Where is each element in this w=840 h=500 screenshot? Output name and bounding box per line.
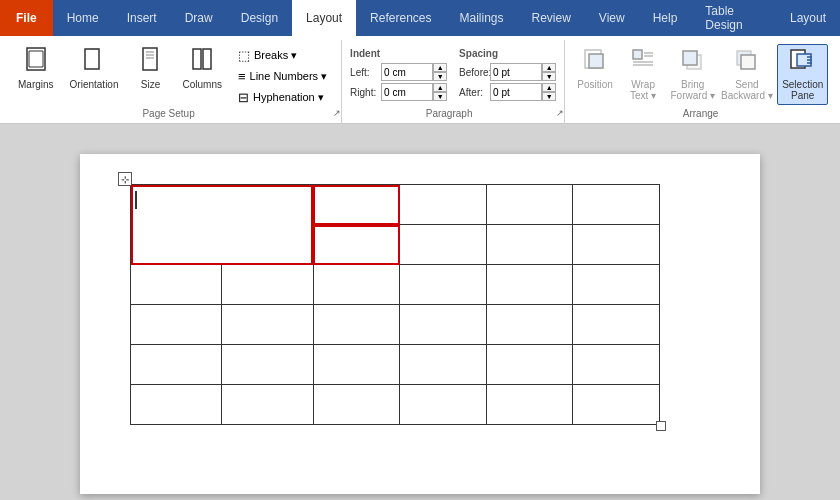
text-cursor xyxy=(135,191,137,209)
table-cell[interactable] xyxy=(573,225,660,265)
hyphenation-label: Hyphenation ▾ xyxy=(253,91,324,104)
svg-rect-5 xyxy=(85,49,99,69)
table-cell[interactable] xyxy=(486,305,573,345)
margins-button[interactable]: Margins xyxy=(12,44,60,93)
bring-forward-label: BringForward ▾ xyxy=(671,79,715,101)
table-cell[interactable] xyxy=(400,185,487,225)
spacing-before-input[interactable] xyxy=(490,63,542,81)
indent-right-input[interactable] xyxy=(381,83,433,101)
selection-pane-label: SelectionPane xyxy=(782,79,823,101)
bring-forward-icon xyxy=(681,47,705,77)
table-cell[interactable] xyxy=(222,385,313,425)
indent-right-down[interactable]: ▼ xyxy=(433,92,447,101)
table-cell[interactable] xyxy=(131,385,222,425)
svg-rect-23 xyxy=(741,55,755,69)
table-cell[interactable] xyxy=(131,345,222,385)
table-cell[interactable] xyxy=(486,385,573,425)
paragraph-label: Paragraph ↗ xyxy=(342,108,564,119)
size-button[interactable]: Size xyxy=(129,44,173,93)
table-cell[interactable] xyxy=(573,385,660,425)
table-cell[interactable] xyxy=(313,265,400,305)
page-setup-label: Page Setup ↗ xyxy=(4,108,341,119)
paragraph-dialog-launcher[interactable]: ↗ xyxy=(556,108,564,118)
hyphenation-button[interactable]: ⊟ Hyphenation ▾ xyxy=(232,88,333,107)
table-cell[interactable] xyxy=(573,185,660,225)
table-row xyxy=(131,305,660,345)
table-cell[interactable] xyxy=(313,345,400,385)
table-cell-selected-merged[interactable] xyxy=(131,185,314,265)
wrap-text-button[interactable]: WrapText ▾ xyxy=(621,44,665,104)
table-cell-selected[interactable] xyxy=(313,225,400,265)
indent-right-up[interactable]: ▲ xyxy=(433,83,447,92)
line-numbers-icon: ≡ xyxy=(238,69,246,84)
position-icon xyxy=(583,47,607,77)
tab-file[interactable]: File xyxy=(0,0,53,36)
spacing-before-row: Before: ▲ ▼ xyxy=(459,63,556,81)
indent-left-down[interactable]: ▼ xyxy=(433,72,447,81)
tab-help[interactable]: Help xyxy=(639,0,692,36)
table-cell[interactable] xyxy=(400,265,487,305)
table-resize-handle[interactable] xyxy=(656,421,666,431)
indent-left-input[interactable] xyxy=(381,63,433,81)
spacing-before-down[interactable]: ▼ xyxy=(542,72,556,81)
size-label: Size xyxy=(141,79,160,90)
table-cell[interactable] xyxy=(400,225,487,265)
table-cell[interactable] xyxy=(573,265,660,305)
table-cell[interactable] xyxy=(400,385,487,425)
table-cell[interactable] xyxy=(400,305,487,345)
tab-references[interactable]: References xyxy=(356,0,445,36)
send-backward-button[interactable]: SendBackward ▾ xyxy=(720,44,773,104)
spacing-before-input-group: ▲ ▼ xyxy=(490,63,556,81)
table-cell[interactable] xyxy=(313,385,400,425)
tab-view[interactable]: View xyxy=(585,0,639,36)
line-numbers-button[interactable]: ≡ Line Numbers ▾ xyxy=(232,67,333,86)
document-table[interactable] xyxy=(130,184,660,425)
spacing-before-up[interactable]: ▲ xyxy=(542,63,556,72)
svg-rect-14 xyxy=(589,54,603,68)
orientation-button[interactable]: Orientation xyxy=(64,44,125,93)
page-setup-dialog-launcher[interactable]: ↗ xyxy=(333,108,341,118)
breaks-icon: ⬚ xyxy=(238,48,250,63)
table-cell[interactable] xyxy=(400,345,487,385)
position-label: Position xyxy=(577,79,613,90)
table-cell[interactable] xyxy=(573,305,660,345)
tab-review[interactable]: Review xyxy=(518,0,585,36)
tab-layout[interactable]: Layout xyxy=(292,0,356,36)
spacing-after-up[interactable]: ▲ xyxy=(542,83,556,92)
breaks-button[interactable]: ⬚ Breaks ▾ xyxy=(232,46,333,65)
breaks-label: Breaks ▾ xyxy=(254,49,297,62)
columns-icon xyxy=(191,47,213,77)
table-cell[interactable] xyxy=(222,305,313,345)
indent-left-input-group: ▲ ▼ xyxy=(381,63,447,81)
indent-left-up[interactable]: ▲ xyxy=(433,63,447,72)
tab-draw[interactable]: Draw xyxy=(171,0,227,36)
send-backward-label: SendBackward ▾ xyxy=(721,79,773,101)
table-cell[interactable] xyxy=(131,305,222,345)
table-cell[interactable] xyxy=(313,305,400,345)
spacing-after-input[interactable] xyxy=(490,83,542,101)
table-cell[interactable] xyxy=(573,345,660,385)
svg-rect-21 xyxy=(683,51,697,65)
indent-left-label: Left: xyxy=(350,67,378,78)
tab-layout2[interactable]: Layout xyxy=(776,0,840,36)
position-button[interactable]: Position xyxy=(573,44,617,93)
table-cell[interactable] xyxy=(486,265,573,305)
table-cell[interactable] xyxy=(222,345,313,385)
columns-button[interactable]: Columns xyxy=(177,44,228,93)
table-cell[interactable] xyxy=(486,345,573,385)
document-page[interactable]: ⊹ xyxy=(80,154,760,494)
tab-mailings[interactable]: Mailings xyxy=(445,0,517,36)
spacing-after-down[interactable]: ▼ xyxy=(542,92,556,101)
tab-table-design[interactable]: Table Design xyxy=(691,0,776,36)
tab-design[interactable]: Design xyxy=(227,0,292,36)
table-cell[interactable] xyxy=(486,225,573,265)
table-cell[interactable] xyxy=(486,185,573,225)
table-cell[interactable] xyxy=(222,265,313,305)
table-cell-selected[interactable] xyxy=(313,185,400,225)
tab-home[interactable]: Home xyxy=(53,0,113,36)
selection-pane-button[interactable]: SelectionPane xyxy=(777,44,828,105)
table-row xyxy=(131,265,660,305)
bring-forward-button[interactable]: BringForward ▾ xyxy=(669,44,716,104)
tab-insert[interactable]: Insert xyxy=(113,0,171,36)
table-cell[interactable] xyxy=(131,265,222,305)
